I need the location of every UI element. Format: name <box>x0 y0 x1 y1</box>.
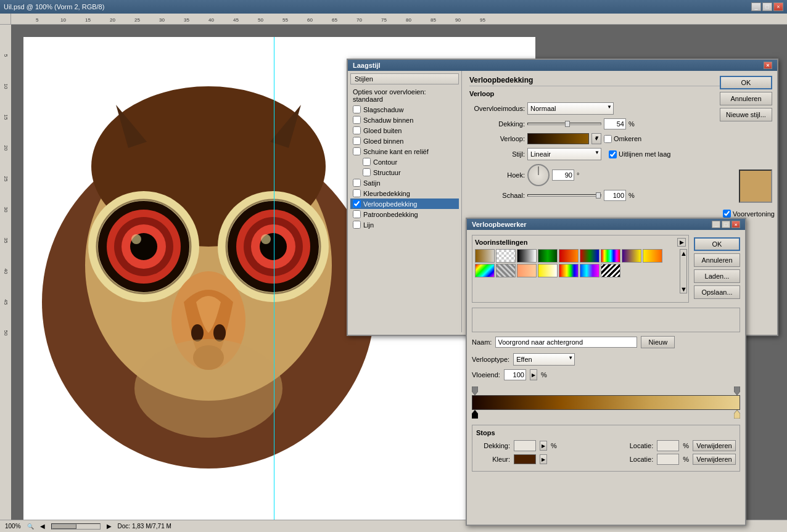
stops-kleur-locatie[interactable] <box>657 454 679 465</box>
satijn-check[interactable] <box>353 179 361 187</box>
nieuwe-stijl-button[interactable]: Nieuwe stijl... <box>720 108 772 121</box>
opacity-stop-right[interactable] <box>734 387 740 395</box>
preset-12[interactable] <box>496 264 516 277</box>
vb-close[interactable]: × <box>731 221 740 228</box>
style-contour[interactable]: Contour <box>350 157 459 167</box>
color-stop-right[interactable] <box>734 410 740 419</box>
gloed-binnen-check[interactable] <box>353 137 361 145</box>
stops-dekking-verwijderen[interactable]: Verwijderen <box>693 440 736 451</box>
scroll-left[interactable]: ◀ <box>40 523 45 530</box>
preset-5[interactable] <box>559 249 579 263</box>
style-gloed-binnen[interactable]: Gloed binnen <box>350 136 459 146</box>
kleurbedekking-check[interactable] <box>353 189 361 197</box>
vb-ok-button[interactable]: OK <box>694 237 740 251</box>
annuleren-button[interactable]: Annuleren <box>720 92 772 105</box>
vloeiend-input[interactable] <box>504 369 526 380</box>
stops-dekking-locatie[interactable] <box>657 440 679 451</box>
stops-kleur-verwijderen[interactable]: Verwijderen <box>693 454 736 465</box>
preset-4[interactable] <box>538 249 558 263</box>
stops-dekking-input[interactable] <box>514 440 536 451</box>
gloed-buiten-check[interactable] <box>353 126 361 134</box>
lijn-check[interactable] <box>353 221 361 229</box>
uitlijnen-check[interactable] <box>609 150 617 158</box>
verloopbedekking-check[interactable] <box>353 200 361 208</box>
preset-13[interactable] <box>517 264 537 277</box>
presets-menu-btn[interactable]: ▶ <box>677 238 686 247</box>
verlooptype-select[interactable]: Effen Ruis <box>513 353 575 366</box>
vb-minimize[interactable]: _ <box>712 221 720 228</box>
stops-kleur-arrow[interactable]: ▶ <box>540 454 547 464</box>
verloop-color-preview[interactable] <box>527 133 589 144</box>
style-verloopbedekking[interactable]: Verloopbedekking <box>350 198 459 209</box>
dekking-slider[interactable] <box>527 123 601 125</box>
vloeiend-arrow[interactable]: ▶ <box>530 369 537 380</box>
stijlen-header[interactable]: Stijlen <box>350 73 459 84</box>
schaal-input[interactable] <box>604 190 626 201</box>
stops-kleur-swatch[interactable] <box>514 454 536 464</box>
stops-kleur-label: Kleur: <box>476 456 510 463</box>
style-satijn[interactable]: Satijn <box>350 178 459 188</box>
slagschaduw-check[interactable] <box>353 105 361 113</box>
style-schaduw-binnen[interactable]: Schaduw binnen <box>350 115 459 125</box>
vb-maximize[interactable]: □ <box>722 221 730 228</box>
presets-scrollbar[interactable]: ▲ ▼ <box>680 249 687 293</box>
preset-17[interactable] <box>601 264 620 277</box>
verloop-dropdown-btn[interactable]: ▼ <box>591 133 601 144</box>
svg-text:50: 50 <box>258 17 263 23</box>
dekking-input[interactable] <box>604 118 626 129</box>
style-kleurbedekking[interactable]: Kleurbedekking <box>350 188 459 198</box>
preset-8[interactable] <box>622 249 641 263</box>
laagstijl-close[interactable]: × <box>764 62 772 69</box>
vb-annuleren-button[interactable]: Annuleren <box>694 253 740 267</box>
preset-2[interactable] <box>496 249 516 263</box>
style-gloed-buiten[interactable]: Gloed buiten <box>350 125 459 136</box>
angle-widget[interactable] <box>527 164 550 186</box>
style-slagschaduw[interactable]: Slagschaduw <box>350 104 459 115</box>
close-button[interactable]: × <box>773 2 783 11</box>
style-structuur[interactable]: Structuur <box>350 167 459 178</box>
stops-dekking-arrow[interactable]: ▶ <box>540 441 547 451</box>
dekking-thumb[interactable] <box>565 121 570 127</box>
opacity-stop-left[interactable] <box>472 387 478 395</box>
style-lijn[interactable]: Lijn <box>350 219 459 230</box>
stijl-select[interactable]: Lineair Radiaal Hoek Gereflecteerd Diama… <box>527 148 601 160</box>
scroll-bar-h[interactable] <box>51 523 101 530</box>
gradient-bar[interactable] <box>472 395 740 410</box>
style-patroonbedekking[interactable]: Patroonbedekking <box>350 209 459 219</box>
scroll-right[interactable]: ▶ <box>107 523 112 530</box>
preset-6[interactable] <box>580 249 600 263</box>
preset-11[interactable] <box>475 264 495 277</box>
vb-opslaan-button[interactable]: Opslaan... <box>694 285 740 299</box>
preset-3[interactable] <box>517 249 537 263</box>
structuur-check[interactable] <box>363 168 371 176</box>
style-schuine-kant[interactable]: Schuine kant en reliëf <box>350 146 459 157</box>
ok-button[interactable]: OK <box>720 76 772 89</box>
naam-input[interactable] <box>495 337 637 348</box>
voorvertoning-check[interactable] <box>723 210 731 218</box>
schuine-kant-check[interactable] <box>353 147 361 155</box>
nieuw-button[interactable]: Nieuw <box>641 336 675 348</box>
options-item[interactable]: Opties voor overvloeien: standaard <box>350 87 459 104</box>
schaduw-binnen-check[interactable] <box>353 116 361 124</box>
minimize-button[interactable]: _ <box>751 2 761 11</box>
hoek-input[interactable] <box>552 170 574 181</box>
laagstijl-title-bar: Laagstijl × <box>348 60 777 71</box>
scroll-down-btn[interactable]: ▼ <box>680 285 686 293</box>
preset-14[interactable] <box>538 264 558 277</box>
zoom-icon[interactable]: 🔍 <box>27 523 34 530</box>
preset-7[interactable] <box>601 249 620 263</box>
schaal-slider[interactable] <box>527 194 601 197</box>
maximize-button[interactable]: □ <box>762 2 772 11</box>
preset-1[interactable] <box>475 249 495 263</box>
contour-check[interactable] <box>363 158 371 166</box>
color-stop-left[interactable] <box>472 410 478 419</box>
overvloeimodus-select[interactable]: Normaal Oplossen <box>527 102 614 115</box>
vb-laden-button[interactable]: Laden... <box>694 269 740 283</box>
scroll-up-btn[interactable]: ▲ <box>680 250 686 257</box>
patroonbedekking-check[interactable] <box>353 210 361 218</box>
preset-9[interactable] <box>643 249 662 263</box>
schaal-thumb[interactable] <box>596 192 601 198</box>
preset-16[interactable] <box>580 264 600 277</box>
omkeren-check[interactable] <box>604 135 612 143</box>
preset-15[interactable] <box>559 264 579 277</box>
